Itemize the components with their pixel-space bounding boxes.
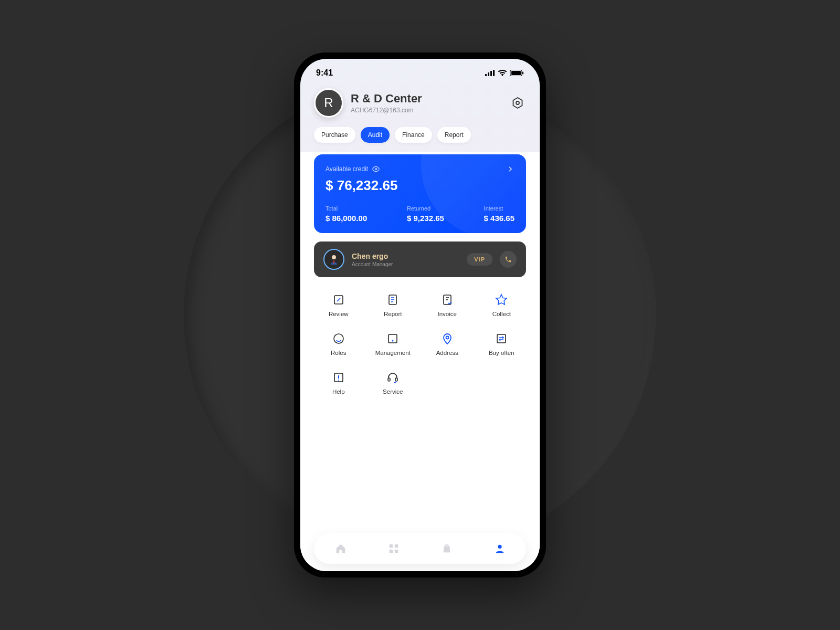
status-icons: [485, 70, 524, 76]
svg-rect-32: [394, 544, 398, 548]
grid-report-label: Report: [384, 311, 402, 317]
credit-label-row: Available credit: [326, 165, 380, 173]
grid-icon: [388, 543, 399, 554]
credit-interest: Interest $ 436.65: [484, 205, 514, 223]
grid-invoice[interactable]: Invoice: [423, 293, 472, 317]
credit-card[interactable]: Available credit $ 76,232.65 Total $ 86,…: [314, 154, 526, 233]
grid-help-label: Help: [332, 388, 345, 395]
status-bar: 9:41: [300, 59, 540, 82]
svg-rect-0: [485, 74, 487, 76]
grid-help[interactable]: Help: [314, 371, 363, 395]
svg-rect-29: [388, 378, 390, 381]
svg-rect-6: [522, 72, 523, 75]
credit-returned: Returned $ 9,232.65: [407, 205, 444, 223]
nav-apps[interactable]: [386, 541, 401, 556]
credit-label: Available credit: [326, 165, 368, 173]
wifi-icon: [498, 70, 507, 76]
grid-buy-often[interactable]: Buy often: [477, 332, 527, 356]
credit-returned-label: Returned: [407, 205, 444, 212]
pin-icon: [441, 332, 454, 345]
grid-service[interactable]: Service: [369, 371, 418, 395]
header-text: R & D Center ACHG6712@163.com: [351, 92, 502, 114]
tab-finance[interactable]: Finance: [395, 127, 432, 143]
eye-icon[interactable]: [372, 165, 380, 173]
grid-address-label: Address: [436, 350, 458, 356]
nav-home[interactable]: [333, 541, 348, 556]
svg-rect-34: [394, 550, 398, 553]
tab-purchase[interactable]: Purchase: [314, 127, 355, 143]
grid-roles[interactable]: Roles: [314, 332, 363, 356]
grid-invoice-label: Invoice: [438, 311, 457, 317]
svg-rect-25: [497, 334, 506, 343]
credit-interest-value: $ 436.65: [484, 214, 514, 223]
call-button[interactable]: [500, 251, 517, 268]
grid-management[interactable]: Management: [369, 332, 418, 356]
svg-point-21: [334, 334, 343, 343]
svg-point-35: [498, 545, 501, 549]
battery-icon: [510, 70, 524, 76]
svg-rect-5: [511, 71, 521, 75]
svg-rect-33: [389, 550, 393, 553]
phone-screen: 9:41 R R & D Center ACHG6712@163.com Pur…: [300, 59, 540, 571]
svg-point-23: [392, 340, 394, 342]
credit-total-label: Total: [326, 205, 367, 212]
report-icon: [386, 293, 399, 306]
grid-management-label: Management: [375, 350, 411, 356]
svg-point-8: [516, 101, 519, 104]
svg-rect-31: [389, 544, 393, 548]
headset-icon: [386, 371, 399, 384]
phone-icon: [505, 256, 512, 263]
manager-card[interactable]: Chen ergo Account Manager VIP: [314, 242, 526, 277]
swap-icon: [495, 332, 508, 345]
content-area: Available credit $ 76,232.65 Total $ 86,…: [300, 152, 540, 571]
header-email: ACHG6712@163.com: [351, 107, 502, 114]
nav-profile[interactable]: [492, 541, 507, 556]
bag-icon: [441, 543, 453, 554]
credit-amount: $ 76,232.65: [326, 177, 514, 194]
settings-button[interactable]: [509, 94, 526, 111]
svg-point-9: [375, 168, 377, 170]
avatar[interactable]: R: [314, 88, 343, 118]
svg-marker-20: [496, 295, 507, 304]
grid-collect[interactable]: Collect: [477, 293, 527, 317]
star-icon: [495, 293, 508, 306]
svg-rect-3: [493, 70, 495, 76]
svg-rect-22: [388, 334, 397, 343]
roles-icon: [332, 332, 345, 345]
grid-buy-often-label: Buy often: [489, 350, 514, 356]
page-title: R & D Center: [351, 92, 502, 106]
status-time: 9:41: [316, 68, 333, 78]
grid-service-label: Service: [383, 388, 403, 395]
person-icon: [328, 253, 340, 266]
profile-header: R R & D Center ACHG6712@163.com: [300, 82, 540, 118]
tab-row: Purchase Audit Finance Report: [300, 118, 540, 152]
avatar-letter: R: [324, 96, 333, 110]
settings-icon: [511, 97, 524, 109]
svg-rect-1: [488, 72, 489, 76]
credit-total: Total $ 86,000.00: [326, 205, 367, 223]
feature-grid: Review Report Invoice Collect Roles: [314, 293, 526, 395]
credit-stats: Total $ 86,000.00 Returned $ 9,232.65 In…: [326, 205, 514, 223]
management-icon: [386, 332, 399, 345]
svg-point-10: [332, 255, 336, 259]
tab-audit[interactable]: Audit: [361, 127, 390, 143]
credit-returned-value: $ 9,232.65: [407, 214, 444, 223]
chevron-right-icon[interactable]: [506, 165, 514, 173]
bottom-nav: [314, 533, 526, 564]
invoice-icon: [441, 293, 454, 306]
tab-report[interactable]: Report: [437, 127, 471, 143]
svg-point-24: [446, 337, 448, 339]
manager-text: Chen ergo Account Manager: [352, 252, 459, 267]
svg-marker-7: [513, 98, 522, 108]
manager-avatar: [323, 249, 344, 270]
phone-frame: 9:41 R R & D Center ACHG6712@163.com Pur…: [294, 52, 546, 578]
grid-review[interactable]: Review: [314, 293, 363, 317]
grid-address[interactable]: Address: [423, 332, 472, 356]
signal-icon: [485, 70, 495, 76]
credit-total-value: $ 86,000.00: [326, 214, 367, 223]
svg-rect-30: [395, 378, 397, 381]
grid-report[interactable]: Report: [369, 293, 418, 317]
nav-cart[interactable]: [439, 541, 454, 556]
user-icon: [494, 543, 506, 554]
manager-role: Account Manager: [352, 261, 459, 267]
